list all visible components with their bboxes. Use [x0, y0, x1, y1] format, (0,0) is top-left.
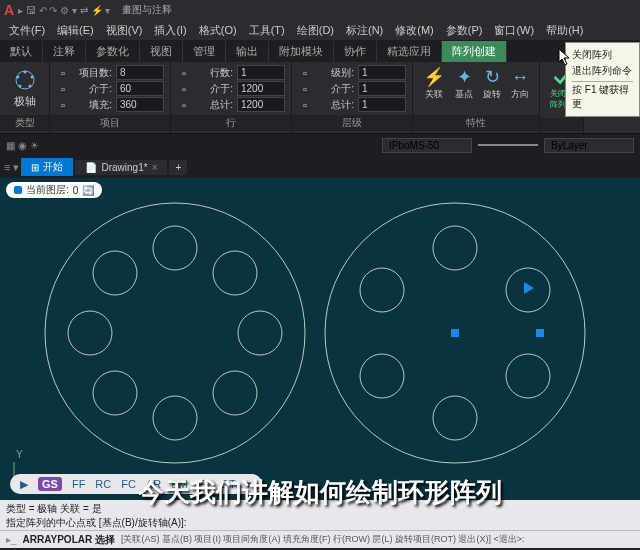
svg-point-6 [45, 203, 305, 463]
menu-item[interactable]: 工具(T) [244, 21, 290, 40]
svg-point-7 [153, 226, 197, 270]
menu-item[interactable]: 帮助(H) [541, 21, 588, 40]
ribbon-tab[interactable]: 附加模块 [269, 41, 334, 62]
tooltip-close-array: 关闭阵列 退出阵列命令 按 F1 键获得更 [565, 42, 640, 117]
linetype-combo[interactable] [382, 138, 472, 153]
svg-text:Y: Y [16, 449, 23, 460]
ribbon-field[interactable] [116, 65, 164, 80]
svg-point-9 [238, 311, 282, 355]
ribbon-field[interactable] [358, 97, 406, 112]
svg-rect-22 [451, 329, 459, 337]
panel-type: 极轴 类型 [0, 62, 50, 133]
ribbon-tabs[interactable]: 默认注释参数化视图管理输出附加模块协作精选应用阵列创建 [0, 40, 640, 62]
ribbon-field[interactable] [358, 65, 406, 80]
svg-point-18 [506, 354, 550, 398]
command-shortcuts[interactable]: ▶GS FFRCFCAREMELDT▾ [10, 474, 262, 494]
svg-point-12 [93, 371, 137, 415]
ribbon-field[interactable] [237, 65, 285, 80]
ribbon-button[interactable]: ↻旋转 [479, 64, 505, 103]
ribbon-button[interactable]: ⚡关联 [419, 64, 449, 103]
ribbon-tab[interactable]: 输出 [226, 41, 269, 62]
drawing-canvas[interactable]: 当前图层:0🔄 Y ▶GS FFRCFCAREMELDT▾ [0, 178, 640, 500]
ribbon-button[interactable]: ↔方向 [507, 65, 533, 103]
menu-item[interactable]: 绘图(D) [292, 21, 339, 40]
ribbon-field[interactable] [358, 81, 406, 96]
svg-point-16 [433, 226, 477, 270]
menu-item[interactable]: 插入(I) [149, 21, 191, 40]
ribbon-tab[interactable]: 默认 [0, 41, 43, 62]
ribbon-field[interactable] [116, 81, 164, 96]
drawing-svg: Y [0, 178, 640, 500]
ribbon-button[interactable]: ✦基点 [451, 64, 477, 103]
svg-point-21 [360, 268, 404, 312]
svg-point-19 [433, 396, 477, 440]
svg-point-14 [93, 251, 137, 295]
layer-combo[interactable] [544, 138, 634, 153]
menu-item[interactable]: 编辑(E) [52, 21, 99, 40]
svg-point-5 [16, 76, 19, 79]
menu-item[interactable]: 格式(O) [194, 21, 242, 40]
svg-point-13 [68, 311, 112, 355]
quick-access-bar[interactable]: ▦ ◉ ☀ [0, 134, 640, 156]
ribbon-tab[interactable]: 精选应用 [377, 41, 442, 62]
menu-item[interactable]: 标注(N) [341, 21, 388, 40]
qat-icons[interactable]: ▸ 🖫 ↶ ↷ ⚙ ▾ ⇄ ⚡ ▾ [18, 5, 110, 16]
menu-item[interactable]: 修改(M) [390, 21, 439, 40]
svg-point-20 [360, 354, 404, 398]
svg-point-10 [213, 371, 257, 415]
ribbon-tab[interactable]: 注释 [43, 41, 86, 62]
menu-bar[interactable]: 文件(F)编辑(E)视图(V)插入(I)格式(O)工具(T)绘图(D)标注(N)… [0, 20, 640, 40]
polar-array-button[interactable]: 极轴 [6, 64, 43, 113]
title-bar: A ▸ 🖫 ↶ ↷ ⚙ ▾ ⇄ ⚡ ▾ 畫图与注释 [0, 0, 640, 20]
menu-item[interactable]: 视图(V) [101, 21, 148, 40]
panel-props: ⚡关联✦基点↻旋转↔方向 特性 [413, 62, 540, 133]
command-input[interactable]: ▸_ARRAYPOLAR 选择[关联(AS) 基点(B) 项目(I) 项目间角度… [0, 530, 640, 548]
ribbon-field[interactable] [116, 97, 164, 112]
tab-drawing[interactable]: 📄Drawing1*× [75, 160, 167, 175]
svg-point-4 [18, 85, 21, 88]
svg-point-3 [28, 85, 31, 88]
ribbon-tab-active[interactable]: 阵列创建 [442, 41, 507, 62]
svg-point-2 [30, 76, 33, 79]
svg-point-1 [23, 71, 26, 74]
app-logo: A [4, 2, 14, 18]
ribbon-field[interactable] [237, 97, 285, 112]
tab-start[interactable]: ⊞开始 [21, 158, 73, 176]
panel-items: ▫项目数:▫介于:▫填充:项目 [50, 62, 171, 133]
ribbon-tab[interactable]: 视图 [140, 41, 183, 62]
tab-new[interactable]: + [169, 160, 187, 175]
ribbon-tab[interactable]: 参数化 [86, 41, 140, 62]
ribbon-tab[interactable]: 管理 [183, 41, 226, 62]
panel-rows: ▫行数:▫介于:▫总计:行 [171, 62, 292, 133]
ribbon: 极轴 类型 ▫项目数:▫介于:▫填充:项目 ▫行数:▫介于:▫总计:行 ▫级别:… [0, 62, 640, 134]
ribbon-tab[interactable]: 协作 [334, 41, 377, 62]
menu-item[interactable]: 窗口(W) [489, 21, 539, 40]
command-history: 类型 = 极轴 关联 = 是 指定阵列的中心点或 [基点(B)/旋转轴(A)]: [0, 500, 640, 530]
title-hint: 畫图与注释 [122, 3, 172, 17]
ribbon-field[interactable] [237, 81, 285, 96]
svg-point-11 [153, 396, 197, 440]
document-tabs[interactable]: ≡ ▾ ⊞开始 📄Drawing1*× + [0, 156, 640, 178]
menu-item[interactable]: 文件(F) [4, 21, 50, 40]
panel-levels: ▫级别:▫介于:▫总计:层级 [292, 62, 413, 133]
svg-rect-23 [536, 329, 544, 337]
layer-icon[interactable]: ▦ ◉ ☀ [6, 140, 39, 151]
menu-item[interactable]: 参数(P) [441, 21, 488, 40]
svg-point-8 [213, 251, 257, 295]
